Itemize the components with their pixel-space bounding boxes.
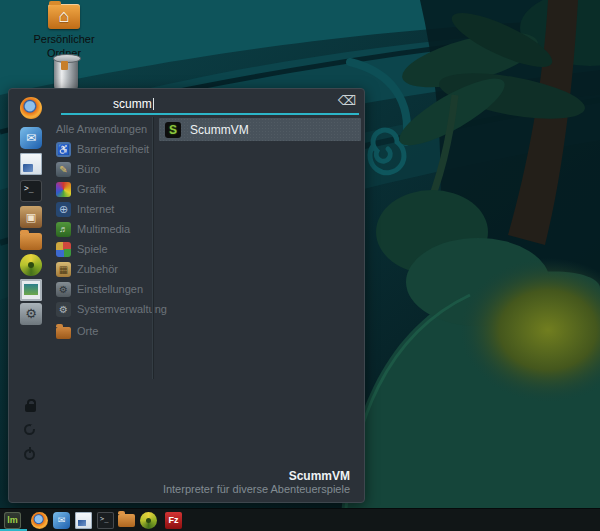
- category-multimedia[interactable]: Multimedia: [56, 219, 156, 239]
- logout-icon: [24, 424, 35, 435]
- accessories-icon: [56, 262, 71, 277]
- software-manager-icon: [20, 206, 42, 228]
- category-label: Grafik: [77, 183, 106, 195]
- home-folder-label-line1: Persönlicher: [19, 32, 109, 46]
- taskbar-libreoffice-writer[interactable]: [74, 511, 93, 530]
- games-icon: [56, 242, 71, 257]
- category-label: Büro: [77, 163, 100, 175]
- category-label: Internet: [77, 203, 114, 215]
- favorite-media-player[interactable]: [18, 252, 44, 278]
- lock-screen-button[interactable]: [23, 398, 39, 414]
- category-label: Multimedia: [77, 223, 130, 235]
- internet-icon: [56, 202, 71, 217]
- menu-button[interactable]: lm: [3, 511, 22, 530]
- search-input[interactable]: scumm: [57, 91, 334, 113]
- libreoffice-writer-icon: [75, 512, 92, 529]
- category-label: Spiele: [77, 243, 108, 255]
- settings-icon: [56, 282, 71, 297]
- favorite-firefox[interactable]: [18, 95, 44, 121]
- category-places[interactable]: Orte: [56, 321, 156, 341]
- mint-menu: scumm ⌫ Alle Anwendungen Barrierefreihei…: [8, 88, 365, 503]
- mint-menu-icon: lm: [4, 512, 21, 529]
- category-system-administration[interactable]: Systemverwaltung: [56, 299, 156, 319]
- favorite-control-center[interactable]: [18, 301, 44, 327]
- favorite-libreoffice-writer[interactable]: [18, 151, 44, 177]
- file-manager-icon: [118, 514, 135, 527]
- category-label: Zubehör: [77, 263, 118, 275]
- media-player-icon: [20, 254, 42, 276]
- favorite-software-manager[interactable]: [18, 204, 44, 230]
- filezilla-icon: Fz: [165, 512, 182, 529]
- desktop-icon-home-folder[interactable]: Persönlicher Ordner: [19, 4, 109, 60]
- desktop-icon-trash[interactable]: [54, 57, 78, 91]
- selection-title: ScummVM: [163, 469, 350, 483]
- libreoffice-writer-icon: [20, 153, 42, 175]
- search-input-value: scumm: [113, 97, 152, 111]
- text-cursor: [153, 98, 154, 110]
- taskbar-media-player[interactable]: [139, 511, 158, 530]
- taskbar: lm Fz: [0, 508, 600, 531]
- category-label: Barrierefreiheit: [77, 143, 149, 155]
- terminal-icon: [97, 512, 114, 529]
- taskbar-thunderbird[interactable]: [52, 511, 71, 530]
- accessibility-icon: [56, 142, 71, 157]
- shutdown-icon: [24, 449, 35, 460]
- taskbar-filezilla[interactable]: Fz: [164, 511, 183, 530]
- shutdown-button[interactable]: [23, 447, 39, 463]
- trash-icon: [54, 57, 78, 91]
- category-list: Alle Anwendungen Barrierefreiheit Büro G…: [56, 119, 156, 341]
- selection-info: ScummVM Interpreter für diverse Abenteue…: [163, 469, 350, 496]
- favorite-thunderbird[interactable]: [18, 125, 44, 151]
- favorite-terminal[interactable]: [18, 178, 44, 204]
- category-label: Systemverwaltung: [77, 303, 167, 315]
- result-label: ScummVM: [190, 123, 249, 137]
- system-administration-icon: [56, 302, 71, 317]
- office-icon: [56, 162, 71, 177]
- category-settings[interactable]: Einstellungen: [56, 279, 156, 299]
- places-folder-icon: [56, 327, 71, 339]
- desktop: Persönlicher Ordner scumm ⌫: [0, 0, 600, 531]
- favorite-file-manager[interactable]: [18, 228, 44, 254]
- image-viewer-icon: [20, 279, 42, 301]
- category-label: Einstellungen: [77, 283, 143, 295]
- multimedia-icon: [56, 222, 71, 237]
- media-player-icon: [140, 512, 157, 529]
- category-internet[interactable]: Internet: [56, 199, 156, 219]
- graphics-icon: [56, 182, 71, 197]
- thunderbird-icon: [20, 127, 42, 149]
- terminal-icon: [20, 180, 42, 202]
- category-results-divider: [152, 117, 153, 379]
- category-office[interactable]: Büro: [56, 159, 156, 179]
- firefox-icon: [31, 512, 48, 529]
- logout-button[interactable]: [23, 422, 39, 438]
- favorite-image-viewer[interactable]: [18, 277, 44, 303]
- category-all-applications[interactable]: Alle Anwendungen: [56, 119, 156, 139]
- control-center-icon: [20, 303, 42, 325]
- category-graphics[interactable]: Grafik: [56, 179, 156, 199]
- category-accessories[interactable]: Zubehör: [56, 259, 156, 279]
- taskbar-firefox[interactable]: [30, 511, 49, 530]
- scummvm-icon: S: [165, 122, 181, 138]
- category-label: Orte: [77, 325, 98, 337]
- clear-search-icon[interactable]: ⌫: [338, 93, 356, 109]
- search-results: S ScummVM: [159, 118, 361, 141]
- taskbar-file-manager[interactable]: [117, 511, 136, 530]
- category-games[interactable]: Spiele: [56, 239, 156, 259]
- lock-icon: [25, 404, 36, 412]
- category-accessibility[interactable]: Barrierefreiheit: [56, 139, 156, 159]
- firefox-icon: [20, 97, 42, 119]
- selection-subtitle: Interpreter für diverse Abenteuerspiele: [163, 483, 350, 496]
- result-scummvm[interactable]: S ScummVM: [159, 118, 361, 141]
- home-folder-icon: [48, 4, 80, 29]
- thunderbird-icon: [53, 512, 70, 529]
- category-label: Alle Anwendungen: [56, 123, 147, 135]
- taskbar-terminal[interactable]: [96, 511, 115, 530]
- search-underline: [61, 113, 359, 115]
- file-manager-icon: [20, 233, 42, 250]
